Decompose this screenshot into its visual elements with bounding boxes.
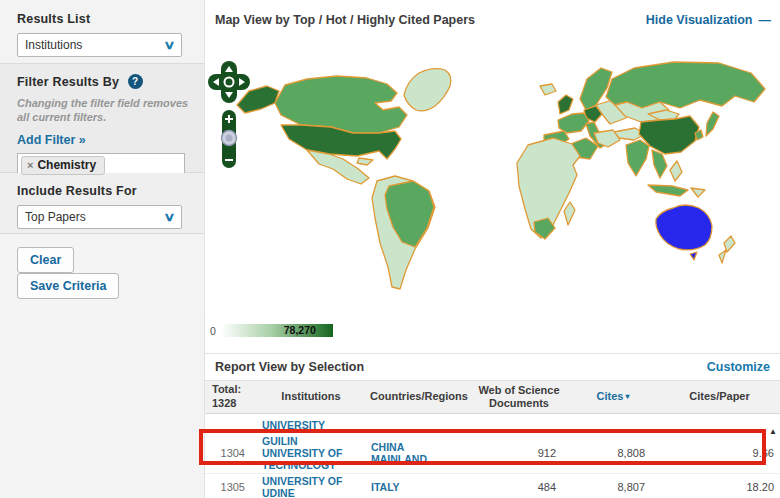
results-list-dropdown[interactable]: Institutions ∨ <box>17 33 182 57</box>
institution-link[interactable]: GUILIN UNIVERSITY OF TECHNOLOGY <box>255 435 359 472</box>
filter-note: Changing the filter field removes all cu… <box>17 96 190 125</box>
filter-label-text: Filter Results By <box>17 75 119 89</box>
total-label: Total: <box>212 383 253 397</box>
include-results-label: Include Results For <box>17 184 190 198</box>
sidebar-actions: Clear Save Criteria <box>0 233 204 311</box>
remove-tag-icon[interactable]: × <box>27 159 33 171</box>
table-row-1305[interactable]: 1305 UNIVERSITY OF UDINE ITALY 484 8,807… <box>205 473 780 498</box>
row-rank: 1304 <box>205 447 255 459</box>
region-france <box>558 113 589 133</box>
total-value: 1328 <box>212 397 253 411</box>
results-table: Total: 1328 Institutions Countries/Regio… <box>205 380 780 498</box>
country-link[interactable]: CHINA MAINLAND <box>367 441 439 465</box>
table-row-partial[interactable]: UNIVERSITY <box>205 414 780 433</box>
map-legend: 0 78,270 <box>210 324 333 337</box>
region-caribbean <box>357 158 373 165</box>
legend-max-value: 78,270 <box>284 324 316 337</box>
region-iceland <box>540 84 556 95</box>
country-link[interactable]: ITALY <box>367 481 439 493</box>
region-new-zealand <box>719 236 735 263</box>
filter-section: Filter Results By ? Changing the filter … <box>0 63 204 173</box>
legend-gradient-bar: 78,270 <box>221 324 333 337</box>
region-australia-selected <box>656 205 712 250</box>
col-header-cites-sorted[interactable]: Cites▾ <box>567 390 659 403</box>
include-results-section: Include Results For Top Papers ∨ <box>0 173 204 233</box>
world-choropleth-map[interactable] <box>229 53 774 308</box>
legend-min-value: 0 <box>210 325 216 337</box>
minus-icon: — <box>759 13 772 27</box>
help-icon[interactable]: ? <box>128 74 143 89</box>
wos-documents-value: 912 <box>471 447 567 459</box>
customize-link[interactable]: Customize <box>707 360 770 374</box>
results-list-value: Institutions <box>25 38 82 52</box>
region-japan <box>706 112 719 136</box>
region-india <box>626 140 649 176</box>
clear-button[interactable]: Clear <box>17 247 74 273</box>
scroll-up-icon[interactable]: ▲ <box>769 427 777 436</box>
table-header-row: Total: 1328 Institutions Countries/Regio… <box>205 381 780 414</box>
region-greenland <box>404 69 451 111</box>
map-title: Map View by Top / Hot / Highly Cited Pap… <box>215 13 475 27</box>
chevron-down-icon: ∨ <box>163 210 175 224</box>
region-alaska <box>237 86 279 113</box>
sort-desc-icon: ▾ <box>625 392 629 401</box>
sidebar: Results List Institutions ∨ Filter Resul… <box>0 0 205 498</box>
region-russia <box>606 62 765 108</box>
cites-label: Cites <box>597 390 624 402</box>
filter-tag-label: Chemistry <box>37 158 96 172</box>
region-philippines <box>670 161 682 181</box>
region-new-guinea <box>691 188 705 197</box>
region-uk <box>558 95 573 114</box>
map-header: Map View by Top / Hot / Highly Cited Pap… <box>205 0 780 40</box>
institution-link[interactable]: UNIVERSITY OF UDINE <box>255 475 359 498</box>
region-tasmania-selected <box>690 252 697 260</box>
col-header-countries[interactable]: Countries/Regions <box>367 390 471 403</box>
hide-visualization-link[interactable]: Hide Visualization — <box>646 13 771 27</box>
report-title: Report View by Selection <box>215 360 364 374</box>
cites-per-paper-value: 18.20 <box>659 481 780 493</box>
results-list-section: Results List Institutions ∨ <box>0 0 204 63</box>
col-header-documents[interactable]: Web of Science Documents <box>471 384 567 410</box>
row-rank: 1305 <box>205 481 255 493</box>
wos-documents-value: 484 <box>471 481 567 493</box>
col-header-cites-per-paper[interactable]: Cites/Paper <box>659 390 780 403</box>
total-count: Total: 1328 <box>205 383 255 411</box>
include-results-value: Top Papers <box>25 210 86 224</box>
filter-label: Filter Results By ? <box>17 74 190 89</box>
cites-per-paper-value: 9.66 <box>659 447 780 459</box>
filter-tag-chemistry[interactable]: × Chemistry <box>21 156 105 175</box>
main-panel: Map View by Top / Hot / Highly Cited Pap… <box>205 0 780 498</box>
results-list-label: Results List <box>17 12 190 26</box>
region-madagascar <box>564 202 575 225</box>
cites-value: 8,807 <box>567 481 659 493</box>
institution-link[interactable]: UNIVERSITY <box>255 419 359 431</box>
col-header-institutions[interactable]: Institutions <box>255 390 367 403</box>
esi-app: Results List Institutions ∨ Filter Resul… <box>0 0 780 498</box>
save-criteria-button[interactable]: Save Criteria <box>17 273 119 299</box>
map-visualization[interactable]: 0 78,270 <box>205 40 780 353</box>
report-bar: Report View by Selection Customize <box>205 353 780 380</box>
hide-visualization-label: Hide Visualization <box>646 13 753 27</box>
chevron-down-icon: ∨ <box>163 38 175 52</box>
cites-value: 8,808 <box>567 447 659 459</box>
region-indonesia <box>648 185 688 196</box>
table-row-1304[interactable]: 1304 GUILIN UNIVERSITY OF TECHNOLOGY CHI… <box>205 433 780 473</box>
add-filter-link[interactable]: Add Filter » <box>17 133 86 147</box>
include-results-dropdown[interactable]: Top Papers ∨ <box>17 205 182 229</box>
